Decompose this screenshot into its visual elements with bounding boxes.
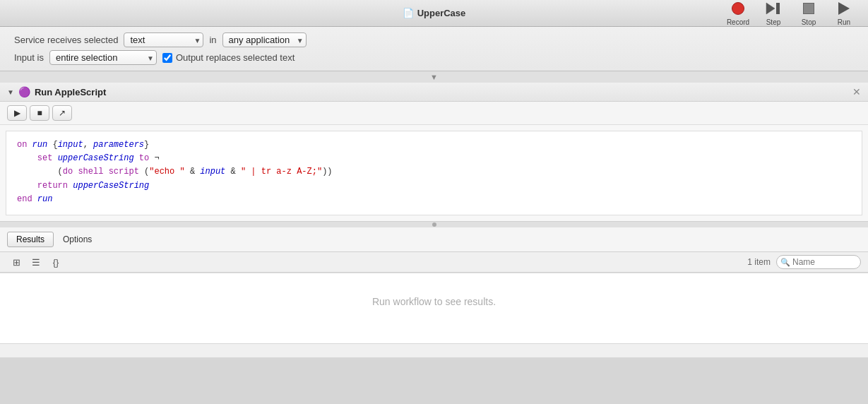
tab-options[interactable]: Options xyxy=(54,232,101,247)
app-title: 📄 UpperCase xyxy=(403,8,466,18)
code-line-2: set upperCaseString to ¬ xyxy=(17,152,851,165)
results-panel: Results Options ⊞ ☰ {} 1 item 🔍 Run work… xyxy=(0,227,868,357)
results-empty-message: Run workflow to see results. xyxy=(0,273,868,330)
results-toolbar: ⊞ ☰ {} 1 item 🔍 xyxy=(0,252,868,273)
results-bottom-stripe xyxy=(0,343,868,357)
script-panel: ▼ 🟣 Run AppleScript ✕ ▶ ■ ↗ on run {inpu… xyxy=(0,83,868,222)
script-close-button[interactable]: ✕ xyxy=(852,87,861,97)
applescript-icon: 🟣 xyxy=(18,86,30,97)
divider-chevron-icon: ▼ xyxy=(430,73,438,81)
record-icon xyxy=(730,0,747,17)
output-replaces-text: Output replaces selected text xyxy=(176,52,295,63)
code-line-6: end run xyxy=(17,193,851,206)
panel-resize-divider[interactable] xyxy=(0,222,868,227)
step-icon xyxy=(765,0,782,17)
service-bar: Service receives selected text files or … xyxy=(0,27,868,71)
svg-marker-0 xyxy=(766,3,775,14)
text-type-select[interactable]: text files or folders URLs dates rich te… xyxy=(124,32,203,47)
results-right-controls: 1 item 🔍 xyxy=(747,255,861,269)
script-header: ▼ 🟣 Run AppleScript ✕ xyxy=(0,83,868,102)
code-editor[interactable]: on run {input, parameters} set upperCase… xyxy=(6,131,862,215)
svg-rect-1 xyxy=(776,3,780,14)
script-run-icon: ▶ xyxy=(14,108,20,118)
code-line-4: return upperCaseString xyxy=(17,179,851,193)
input-select-wrapper: entire selection each item separately ▼ xyxy=(49,50,157,65)
run-icon xyxy=(836,0,852,17)
script-toolbar: ▶ ■ ↗ xyxy=(0,102,868,125)
app-select-wrapper: any application text editors ▼ xyxy=(222,32,307,47)
tab-results[interactable]: Results xyxy=(7,232,54,247)
collapse-arrow-icon[interactable]: ▼ xyxy=(7,88,14,96)
script-expand-icon: ↗ xyxy=(59,108,66,118)
script-run-button[interactable]: ▶ xyxy=(7,105,27,121)
app-icon: 📄 xyxy=(403,8,414,18)
code-line-1: on run {input, parameters} xyxy=(17,138,851,152)
divider-handle-icon xyxy=(432,222,436,227)
stop-label: Stop xyxy=(802,18,816,26)
grid-view-button[interactable]: ⊞ xyxy=(7,255,25,269)
step-button[interactable]: Step xyxy=(756,0,790,27)
results-content-area: Run workflow to see results. xyxy=(0,273,868,343)
script-header-left: ▼ 🟣 Run AppleScript xyxy=(7,86,106,97)
item-count-label: 1 item xyxy=(747,257,771,267)
run-label: Run xyxy=(838,18,850,26)
script-expand-button[interactable]: ↗ xyxy=(52,105,72,121)
run-button[interactable]: Run xyxy=(827,0,861,27)
results-tabs-bar: Results Options xyxy=(0,227,868,252)
app-select[interactable]: any application text editors xyxy=(222,32,307,47)
in-label: in xyxy=(209,35,216,45)
results-search-wrapper: 🔍 xyxy=(776,255,861,269)
code-line-3: (do shell script ("echo " & input & " | … xyxy=(17,165,851,179)
record-label: Record xyxy=(727,18,749,26)
output-replaces-label[interactable]: Output replaces selected text xyxy=(162,52,295,63)
script-panel-title: Run AppleScript xyxy=(35,87,106,97)
toolbar: Record Step Stop Run xyxy=(721,0,861,26)
receives-label: Service receives selected xyxy=(14,35,118,45)
divider-arrow: ▼ xyxy=(0,71,868,83)
title-bar: 📄 UpperCase Record Step Stop xyxy=(0,0,868,27)
input-label: Input is xyxy=(14,52,44,63)
input-select[interactable]: entire selection each item separately xyxy=(49,50,157,65)
list-view-button[interactable]: ☰ xyxy=(27,255,45,269)
results-search-input[interactable] xyxy=(776,255,861,269)
output-replaces-checkbox[interactable] xyxy=(162,53,172,63)
list-view-icon: ☰ xyxy=(32,257,40,268)
script-stop-button[interactable]: ■ xyxy=(30,105,49,121)
script-stop-icon: ■ xyxy=(37,108,42,118)
stop-button[interactable]: Stop xyxy=(792,0,826,27)
text-type-select-wrapper: text files or folders URLs dates rich te… xyxy=(124,32,203,47)
record-button[interactable]: Record xyxy=(721,0,755,27)
grid-view-icon: ⊞ xyxy=(13,257,20,268)
json-view-icon: {} xyxy=(53,257,59,268)
step-label: Step xyxy=(766,18,781,26)
json-view-button[interactable]: {} xyxy=(47,255,65,269)
view-mode-buttons: ⊞ ☰ {} xyxy=(7,255,65,269)
stop-icon xyxy=(800,0,817,17)
